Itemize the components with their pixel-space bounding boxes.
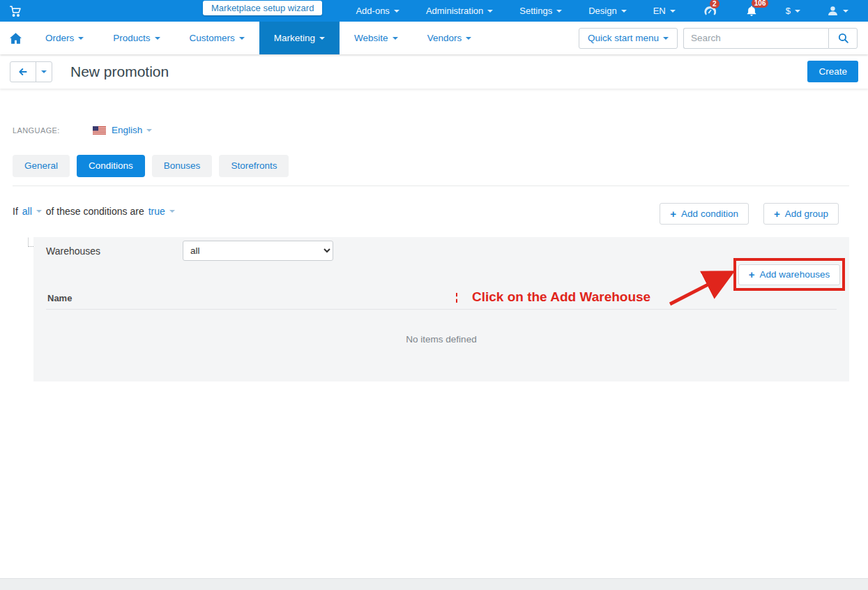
us-flag-icon xyxy=(93,126,106,135)
user-icon xyxy=(827,5,839,17)
topbar-menu-settings[interactable]: Settings xyxy=(506,0,575,22)
caret-down-icon xyxy=(239,37,245,40)
page-header: New promotion Create xyxy=(0,54,868,89)
conditions-all-dropdown[interactable]: all xyxy=(22,206,42,217)
caret-down-icon xyxy=(155,37,160,40)
tab-general[interactable]: General xyxy=(13,155,70,177)
caret-down-icon xyxy=(394,10,399,13)
tab-bonuses[interactable]: Bonuses xyxy=(152,155,213,177)
name-column-header: Name xyxy=(47,293,72,303)
caret-down-icon xyxy=(556,10,562,13)
caret-down-icon xyxy=(146,129,152,132)
bell-icon[interactable]: 106 xyxy=(745,4,758,17)
topbar-menu-language-en[interactable]: EN xyxy=(640,0,689,22)
caret-down-icon xyxy=(393,37,398,40)
caret-down-icon xyxy=(487,10,493,13)
topbar: Marketplace setup wizard Add-ons Adminis… xyxy=(0,0,868,22)
add-warehouses-button[interactable]: +Add warehouses xyxy=(738,264,840,285)
annotation-dash xyxy=(456,293,457,303)
main-navbar: Orders Products Customers Marketing Webs… xyxy=(0,22,868,54)
caret-down-icon xyxy=(41,70,47,73)
conditions-sentence: If all of these conditions are true xyxy=(13,206,179,217)
back-split-button xyxy=(10,61,52,82)
nav-item-products[interactable]: Products xyxy=(98,22,174,54)
add-group-button[interactable]: +Add group xyxy=(763,203,839,225)
marketplace-setup-wizard-button[interactable]: Marketplace setup wizard xyxy=(203,1,322,15)
annotation-text: Click on the Add Warehouse xyxy=(472,289,650,305)
nav-item-orders[interactable]: Orders xyxy=(31,22,98,54)
topbar-menu-currency[interactable]: $ xyxy=(772,0,814,22)
page-title: New promotion xyxy=(70,63,169,80)
caret-down-icon xyxy=(169,210,175,213)
promotion-tabs: General Conditions Bonuses Storefronts xyxy=(13,155,289,177)
annotation-arrow-icon xyxy=(664,266,740,311)
create-button[interactable]: Create xyxy=(807,61,858,82)
add-condition-button[interactable]: +Add condition xyxy=(660,203,749,225)
conditions-buttons: +Add condition +Add group xyxy=(660,203,839,225)
topbar-menu-addons[interactable]: Add-ons xyxy=(342,0,412,22)
plus-icon: + xyxy=(749,269,755,280)
tab-conditions[interactable]: Conditions xyxy=(77,155,145,177)
warehouses-select[interactable]: all xyxy=(183,241,333,261)
back-button[interactable] xyxy=(10,62,36,82)
warehouses-field-label: Warehouses xyxy=(46,245,100,257)
caret-down-icon xyxy=(621,10,627,13)
search-input[interactable] xyxy=(683,28,828,49)
caret-down-icon xyxy=(78,37,84,40)
search-icon xyxy=(837,32,849,44)
back-dropdown-button[interactable] xyxy=(36,62,52,82)
gauge-icon[interactable]: 2 xyxy=(703,5,716,17)
plus-icon: + xyxy=(774,209,780,219)
caret-down-icon xyxy=(36,210,42,213)
home-icon[interactable] xyxy=(0,22,31,54)
arrow-left-icon xyxy=(17,66,29,77)
plus-icon: + xyxy=(670,209,676,219)
navbar-right: Quick start menu xyxy=(579,22,868,54)
topbar-menu-administration[interactable]: Administration xyxy=(413,0,506,22)
topbar-menu-design[interactable]: Design xyxy=(575,0,639,22)
page-footer xyxy=(0,578,868,590)
language-label: LANGUAGE: xyxy=(13,126,93,135)
nav-item-customers[interactable]: Customers xyxy=(175,22,259,54)
cart-icon[interactable] xyxy=(8,5,22,17)
quick-start-menu-button[interactable]: Quick start menu xyxy=(579,28,678,49)
empty-list-message: No items defined xyxy=(33,334,849,345)
caret-down-icon xyxy=(319,37,325,40)
bell-badge: 106 xyxy=(752,0,769,8)
language-row: LANGUAGE: English xyxy=(13,125,152,135)
topbar-menus: Add-ons Administration Settings Design E… xyxy=(342,0,868,22)
caret-down-icon xyxy=(466,37,471,40)
add-warehouses-highlight: +Add warehouses xyxy=(733,258,845,291)
topbar-menu-user[interactable] xyxy=(814,0,848,22)
search-group xyxy=(683,28,858,49)
nav-item-vendors[interactable]: Vendors xyxy=(413,22,487,54)
conditions-middle-text: of these conditions are xyxy=(46,206,144,217)
caret-down-icon xyxy=(670,10,676,13)
nav-item-marketing[interactable]: Marketing xyxy=(259,22,340,54)
caret-down-icon xyxy=(843,10,848,13)
conditions-prefix: If xyxy=(13,206,18,217)
conditions-true-dropdown[interactable]: true xyxy=(149,206,175,217)
language-selector[interactable]: English xyxy=(112,125,152,135)
caret-down-icon xyxy=(795,10,800,13)
warehouses-condition-panel: Warehouses all +Add warehouses Name Clic… xyxy=(33,237,849,381)
tab-storefronts[interactable]: Storefronts xyxy=(219,155,289,177)
tabs-divider xyxy=(13,186,849,186)
nav-item-website[interactable]: Website xyxy=(340,22,413,54)
condition-tree-connector xyxy=(28,238,33,247)
search-button[interactable] xyxy=(828,28,858,49)
caret-down-icon xyxy=(663,37,669,40)
gauge-badge: 2 xyxy=(710,0,719,8)
